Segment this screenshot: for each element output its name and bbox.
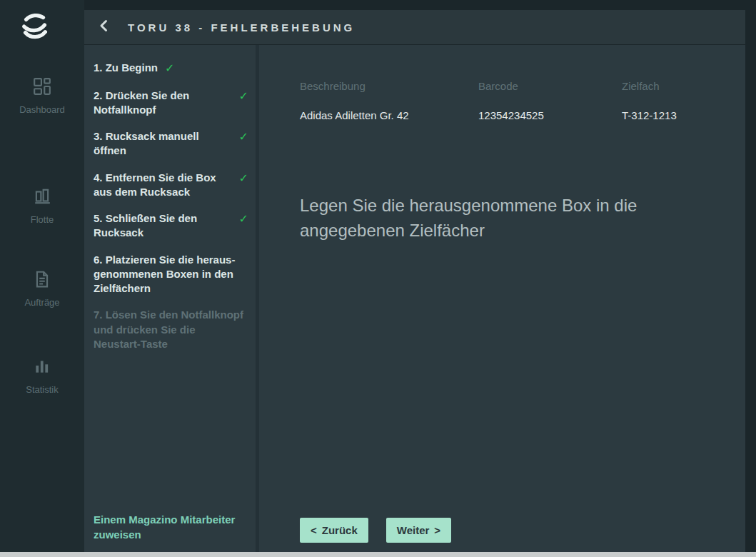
chevron-right-icon: >	[434, 524, 440, 536]
steps-panel: 1. Zu Beginn ✓ 2. Drücken Sie den Notfal…	[84, 45, 259, 552]
bottom-edge-strip	[0, 552, 756, 557]
main-area: Beschreibung Barcode Zielfach Adidas Adi…	[263, 45, 745, 552]
step-item-4: 4. Entfernen Sie die Box aus dem Rucksac…	[94, 171, 248, 200]
weiter-button-label: Weiter	[397, 524, 430, 536]
items-table: Beschreibung Barcode Zielfach Adidas Adi…	[300, 80, 745, 121]
step-item-1: 1. Zu Beginn ✓	[94, 61, 248, 76]
cell-beschreibung: Adidas Adiletten Gr. 42	[300, 109, 478, 121]
table-row: Adidas Adiletten Gr. 42 12354234525 T-31…	[300, 109, 745, 121]
sidebar-item-label: Aufträge	[0, 297, 84, 308]
sidebar-item-label: Statistik	[0, 384, 84, 395]
instruction-message: Legen Sie die herausgenommene Box in die…	[300, 193, 700, 243]
column-header-beschreibung: Beschreibung	[300, 80, 478, 92]
table-header-row: Beschreibung Barcode Zielfach	[300, 80, 745, 92]
zurueck-button-label: Zurück	[322, 524, 358, 536]
check-icon: ✓	[239, 129, 248, 145]
bar-chart-icon	[33, 366, 51, 378]
check-icon: ✓	[165, 61, 174, 76]
back-button[interactable]	[99, 19, 109, 35]
zurueck-button[interactable]: < Zurück	[300, 518, 368, 543]
check-icon: ✓	[239, 211, 248, 227]
column-header-zielfach: Zielfach	[622, 80, 745, 92]
step-item-6: 6. Platzieren Sie die heraus-genommenen …	[94, 253, 248, 296]
sidebar-item-statistik[interactable]: Statistik	[0, 357, 84, 395]
cell-zielfach: T-312-1213	[622, 109, 745, 121]
topbar: TORU 38 - FEHLERBEHEBUNG	[84, 10, 745, 44]
check-icon: ✓	[239, 171, 248, 186]
sidebar-item-label: Flotte	[0, 214, 84, 225]
chevron-left-icon: <	[311, 524, 317, 536]
fleet-robots-icon	[33, 196, 51, 208]
content: 1. Zu Beginn ✓ 2. Drücken Sie den Notfal…	[84, 45, 745, 552]
sidebar-item-label: Dashboard	[0, 104, 84, 115]
cell-barcode: 12354234525	[478, 109, 622, 121]
steps-list: 1. Zu Beginn ✓ 2. Drücken Sie den Notfal…	[84, 45, 256, 351]
dashboard-grid-icon	[33, 86, 51, 98]
step-item-5: 5. Schließen Sie den Rucksack ✓	[94, 211, 248, 241]
sidebar-item-dashboard[interactable]: Dashboard	[0, 77, 84, 115]
step-item-3: 3. Rucksack manuell öffnen ✓	[94, 129, 248, 159]
sidebar-item-flotte[interactable]: Flotte	[0, 187, 84, 225]
step-item-2: 2. Drücken Sie den Notfallknopf ✓	[94, 89, 248, 118]
sidebar-item-auftraege[interactable]: Aufträge	[0, 270, 84, 308]
action-buttons: < Zurück Weiter >	[300, 518, 451, 543]
orders-document-icon	[33, 278, 51, 291]
chevron-left-icon	[99, 19, 109, 35]
step-item-7: 7. Lösen Sie den Notfallknopf und drücke…	[94, 308, 248, 351]
page-title: TORU 38 - FEHLERBEHEBUNG	[128, 21, 355, 34]
assign-to-employee-link[interactable]: Einem Magazino Mitarbeiter zuweisen	[94, 512, 245, 542]
sidebar: Dashboard Flotte Aufträge	[0, 0, 84, 557]
column-header-barcode: Barcode	[478, 80, 622, 92]
weiter-button[interactable]: Weiter >	[386, 518, 451, 543]
magazino-logo	[19, 11, 51, 44]
check-icon: ✓	[239, 89, 248, 104]
